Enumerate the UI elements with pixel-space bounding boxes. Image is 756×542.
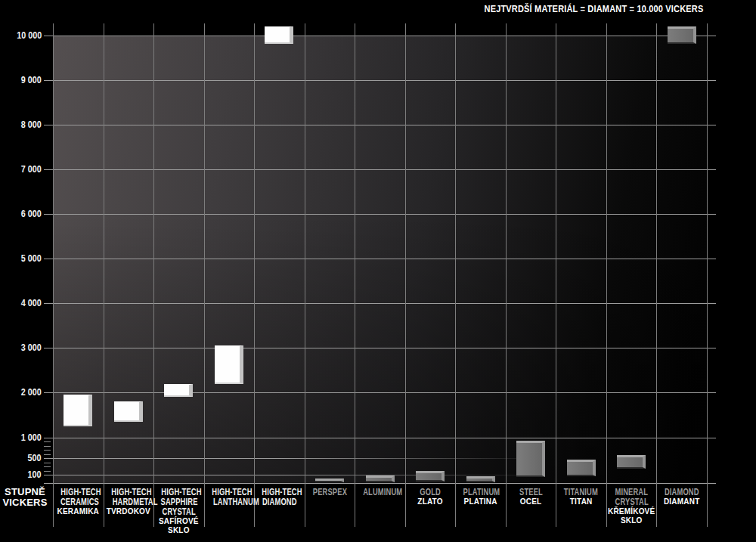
column-separator-line xyxy=(254,23,255,527)
range-bar xyxy=(466,476,495,482)
y-tick-text: 10 000 xyxy=(17,30,42,41)
vickers-hardness-chart: NEJTVRDŠÍ MATERIÁL = DIAMANT = 10.000 VI… xyxy=(0,0,756,542)
column-label: HIGH-TECHLANTHANUM xyxy=(204,487,254,506)
y-minor-tick xyxy=(44,450,51,451)
gridline xyxy=(44,214,716,215)
gridline xyxy=(44,348,716,348)
column-separator-line xyxy=(556,23,556,527)
column-separator-line xyxy=(355,23,355,527)
y-tick-text: 4 000 xyxy=(21,298,42,308)
y-tick-text: 7 000 xyxy=(21,164,42,175)
y-tick-label: 8 000 xyxy=(0,119,42,130)
y-tick-label: 9 000 xyxy=(0,75,42,85)
y-tick-text: 5 000 xyxy=(21,253,42,264)
y-tick-label: 10 000 xyxy=(0,30,42,41)
column-label-line: PERSPEX xyxy=(305,487,355,497)
gridline xyxy=(44,392,716,393)
column-sublabel-line: TVRDOKOV xyxy=(104,507,153,516)
column-label: HIGH-TECHSAPPHIRECRYSTALSAFÍROVÉSKLO xyxy=(153,487,203,534)
y-tick-text: 2 000 xyxy=(21,387,42,398)
column-label-line: LANTHANUM xyxy=(204,497,254,506)
y-axis-title: STUPNĚ VICKERS xyxy=(0,487,50,507)
range-bar xyxy=(668,26,696,45)
column-label: STEELOCEL xyxy=(506,487,556,506)
chart-title: NEJTVRDŠÍ MATERIÁL = DIAMANT = 10.000 VI… xyxy=(454,4,703,14)
column-label-line: CRYSTAL xyxy=(153,506,203,516)
column-sublabel-line: KŘEMÍKOVÉ xyxy=(606,507,656,516)
y-tick-label: 7 000 xyxy=(0,164,42,175)
y-tick-label: 1 000 xyxy=(0,432,42,443)
column-label-line: ALUMINUM xyxy=(355,487,405,497)
column-separator-line xyxy=(405,23,406,527)
column-label-line: GOLD xyxy=(405,487,455,497)
gridline xyxy=(44,36,716,36)
y-tick-label: 100 xyxy=(0,469,42,480)
column-label-line: DIAMOND xyxy=(657,487,707,497)
y-tick-text: 8 000 xyxy=(21,119,42,130)
column-separator-line xyxy=(606,23,607,527)
range-bar xyxy=(265,26,293,45)
column-separator-line xyxy=(104,23,104,527)
y-tick-label: 5 000 xyxy=(0,253,42,264)
column-sublabel-line: TITAN xyxy=(556,497,606,506)
column-label-line: CERAMICS xyxy=(53,497,103,506)
column-label: PLATINUMPLATINA xyxy=(456,487,506,506)
y-minor-tick xyxy=(44,446,51,447)
x-axis-baseline xyxy=(44,483,716,484)
range-bar xyxy=(516,441,545,477)
range-bar xyxy=(567,460,596,476)
y-tick-text: 9 000 xyxy=(21,75,42,85)
y-tick-text: 3 000 xyxy=(21,342,42,353)
column-sublabel-line: SAFÍROVÉ xyxy=(153,517,203,525)
y-tick-label: 6 000 xyxy=(0,209,42,219)
y-minor-tick xyxy=(44,466,51,467)
y-tick-text: 500 xyxy=(28,453,42,463)
y-axis-title-line2: VICKERS xyxy=(0,497,50,508)
column-sublabel-line: SKLO xyxy=(606,516,656,525)
column-separator-line xyxy=(455,23,456,527)
y-tick-label: 2 000 xyxy=(0,387,42,398)
y-tick-text: 1 000 xyxy=(21,432,42,443)
y-tick-label: 3 000 xyxy=(0,342,42,353)
gridline xyxy=(44,458,716,459)
column-label: HIGH-TECHHARDMETALTVRDOKOV xyxy=(104,487,153,516)
range-bar xyxy=(164,384,193,398)
column-label-line: STEEL xyxy=(506,487,556,497)
range-bar xyxy=(416,471,445,482)
y-tick-text: 100 xyxy=(28,469,42,480)
y-axis-title-line1: STUPNĚ xyxy=(0,487,50,497)
column-label: DIAMONDDIAMANT xyxy=(657,487,707,506)
y-tick-label: 4 000 xyxy=(0,298,42,308)
column-sublabel-line: PLATINA xyxy=(456,497,506,506)
column-label-line: CRYSTAL xyxy=(606,497,656,506)
column-separator-line xyxy=(656,23,657,527)
range-bar xyxy=(64,395,92,426)
gridline xyxy=(44,438,716,438)
column-separator-line xyxy=(53,23,54,527)
column-separator-line xyxy=(506,23,507,527)
column-separator-line xyxy=(153,23,154,527)
gridline xyxy=(44,80,716,81)
column-sublabel-line: DIAMANT xyxy=(657,497,707,506)
range-bar xyxy=(315,479,344,483)
range-bar xyxy=(114,401,143,422)
column-sublabel-line: OCEL xyxy=(506,497,556,506)
range-bar xyxy=(366,475,395,482)
column-separator-line xyxy=(707,23,708,527)
column-label: MINERALCRYSTALKŘEMÍKOVÉSKLO xyxy=(606,487,656,525)
gridline xyxy=(44,125,716,125)
column-label-line: PLATINUM xyxy=(456,487,506,497)
y-tick-text: 6 000 xyxy=(21,209,42,219)
y-minor-tick xyxy=(44,454,51,455)
column-label: HIGH-TECHCERAMICSKERAMIKA xyxy=(53,487,103,516)
column-label-line: HARDMETAL xyxy=(104,497,153,506)
column-label-line: TITANIUM xyxy=(556,487,606,497)
gridline xyxy=(44,169,716,170)
y-tick-label: 500 xyxy=(0,453,42,463)
column-label: PERSPEX xyxy=(305,487,355,497)
column-label: GOLDZLATO xyxy=(405,487,455,506)
range-bar xyxy=(617,455,646,469)
column-label-line: DIAMOND xyxy=(254,497,304,506)
column-label: TITANIUMTITAN xyxy=(556,487,606,506)
y-minor-tick xyxy=(44,441,51,442)
